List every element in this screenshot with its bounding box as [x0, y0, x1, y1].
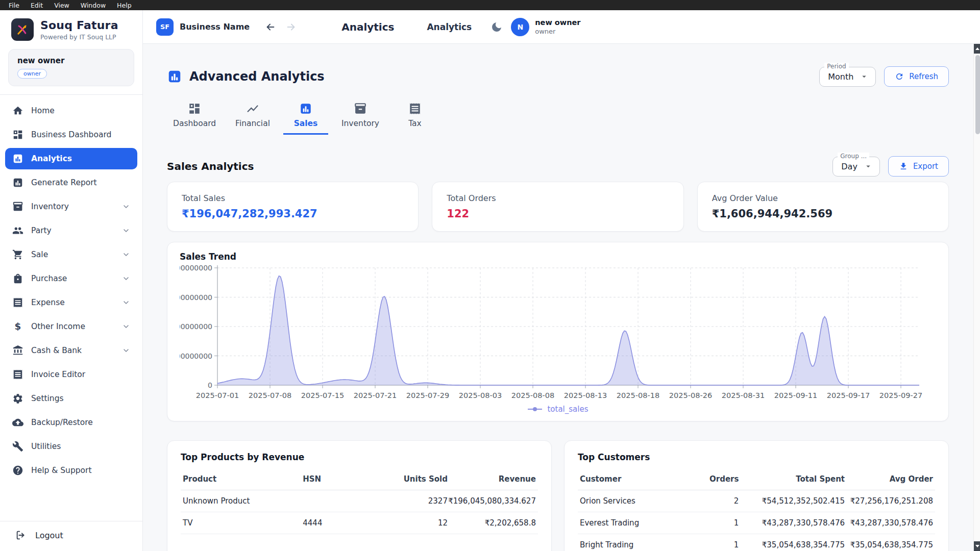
menubar-item[interactable]: View	[48, 2, 75, 9]
chevron-down-icon	[122, 346, 130, 355]
page-title: Advanced Analytics	[189, 69, 325, 84]
svg-text:2025-09-27: 2025-09-27	[879, 391, 922, 399]
svg-text:2025-08-26: 2025-08-26	[669, 391, 712, 399]
os-menubar: FileEditViewWindowHelp	[0, 0, 980, 10]
header-user-menu[interactable]: N new owner owner	[511, 18, 580, 36]
sidebar-item-business-dashboard[interactable]: Business Dashboard	[5, 124, 137, 145]
group-by-select-value: Day	[841, 162, 857, 171]
group-by-select[interactable]: Group ... Day	[832, 157, 880, 177]
business-name: Business Name	[180, 22, 250, 32]
sidebar-item-utilities[interactable]: Utilities	[5, 436, 137, 457]
period-select[interactable]: Period Month	[819, 67, 876, 87]
header-user-name: new owner	[535, 18, 580, 27]
svg-text:20000000000: 20000000000	[180, 322, 212, 331]
cart-icon	[12, 249, 23, 260]
chart-legend[interactable]: total_sales	[180, 405, 936, 414]
scroll-down-button[interactable]	[974, 541, 980, 551]
back-arrow-icon[interactable]	[265, 21, 276, 33]
sidebar-item-backup-restore[interactable]: Backup/Restore	[5, 412, 137, 433]
sidebar-item-analytics[interactable]: Analytics	[5, 148, 137, 169]
business-badge: SF	[156, 18, 174, 36]
app-brand: Souq Fatura Powered by IT Souq LLP	[0, 10, 142, 47]
sidebar-item-party[interactable]: Party	[5, 220, 137, 241]
home-icon	[12, 105, 23, 116]
table-row: Everest Trading 1 ₹43,287,330,578.476 ₹4…	[578, 512, 935, 534]
sidebar-item-generate-report[interactable]: Generate Report	[5, 172, 137, 193]
sidebar-item-help-support[interactable]: Help & Support	[5, 460, 137, 481]
tab-financial[interactable]: Financial	[229, 99, 276, 135]
sidebar-item-other-income[interactable]: $ Other Income	[5, 316, 137, 337]
export-button[interactable]: Export	[888, 156, 949, 177]
scroll-up-button[interactable]	[974, 44, 980, 54]
barchart-icon	[299, 102, 312, 115]
svg-text:30000000000: 30000000000	[180, 293, 212, 302]
tab-sales[interactable]: Sales	[283, 99, 328, 135]
trending-icon	[246, 102, 259, 115]
svg-text:2025-08-08: 2025-08-08	[511, 391, 554, 399]
barchart-icon	[12, 153, 23, 164]
menubar-item[interactable]: File	[3, 2, 25, 9]
menubar-item[interactable]: Help	[111, 2, 137, 9]
scrollbar-thumb[interactable]	[975, 55, 980, 134]
cloud-icon	[12, 417, 23, 428]
stat-cards: Total Sales ₹196,047,282,993.427 Total O…	[167, 182, 949, 232]
sidebar-item-sale[interactable]: Sale	[5, 244, 137, 265]
sidebar-user-name: new owner	[17, 56, 125, 65]
inventory-icon	[12, 201, 23, 212]
sidebar-item-invoice-editor[interactable]: Invoice Editor	[5, 364, 137, 385]
sidebar-item-home[interactable]: Home	[5, 100, 137, 121]
svg-text:2025-09-17: 2025-09-17	[827, 391, 870, 399]
dark-mode-toggle-moon-icon[interactable]	[491, 21, 503, 33]
chevron-down-icon	[122, 322, 130, 331]
sidebar-nav: Home Business Dashboard Analytics Genera…	[0, 95, 142, 521]
download-icon	[899, 162, 908, 171]
receipt-icon	[12, 297, 23, 308]
table-row: Orion Services 2 ₹54,512,352,502.415 ₹27…	[578, 490, 935, 512]
forward-arrow-icon[interactable]	[285, 21, 297, 33]
svg-text:2025-08-18: 2025-08-18	[617, 391, 659, 399]
app-name: Souq Fatura	[40, 19, 118, 32]
sidebar-item-settings[interactable]: Settings	[5, 388, 137, 409]
sidebar-item-cash-bank[interactable]: Cash & Bank	[5, 340, 137, 361]
table-row: TV 4444 12 ₹2,202,658.8	[181, 512, 538, 534]
chevron-down-icon	[122, 203, 130, 211]
tab-tax[interactable]: Tax	[393, 99, 437, 135]
top-header: SF Business Name Analytics Analytics N n…	[143, 10, 980, 44]
menubar-item[interactable]: Window	[75, 2, 111, 9]
svg-text:2025-07-29: 2025-07-29	[406, 391, 449, 399]
chevron-down-icon	[122, 227, 130, 235]
analytics-icon	[167, 69, 182, 84]
analytics-tabs: Dashboard Financial Sales Inventory Tax	[167, 99, 949, 135]
period-select-label: Period	[824, 63, 848, 70]
top-products-card: Top Products by Revenue Product HSN Unit…	[167, 440, 552, 551]
logout-button[interactable]: Logout	[0, 521, 142, 551]
menubar-item[interactable]: Edit	[25, 2, 48, 9]
help-icon	[12, 465, 23, 476]
svg-text:2025-09-11: 2025-09-11	[774, 391, 817, 399]
svg-text:2025-07-01: 2025-07-01	[196, 391, 239, 399]
tab-inventory[interactable]: Inventory	[335, 99, 385, 135]
scrollbar	[973, 44, 980, 551]
sidebar: Souq Fatura Powered by IT Souq LLP new o…	[0, 10, 143, 551]
dropdown-caret-icon	[864, 162, 873, 171]
tab-dashboard[interactable]: Dashboard	[167, 99, 222, 135]
logout-icon	[15, 530, 27, 541]
role-badge: owner	[17, 69, 47, 79]
table-header-row: Customer Orders Total Spent Avg Order	[578, 468, 935, 490]
svg-text:0: 0	[208, 381, 212, 389]
avatar: N	[511, 18, 529, 36]
svg-text:2025-08-31: 2025-08-31	[722, 391, 765, 399]
receipt-icon	[408, 102, 422, 115]
refresh-button[interactable]: Refresh	[884, 66, 949, 87]
sidebar-item-inventory[interactable]: Inventory	[5, 196, 137, 217]
svg-text:40000000000: 40000000000	[180, 264, 212, 272]
business-selector[interactable]: SF Business Name	[156, 18, 250, 36]
section-title: Sales Analytics	[167, 160, 254, 172]
sidebar-item-purchase[interactable]: Purchase	[5, 268, 137, 289]
main-content: Advanced Analytics Period Month Refresh	[143, 44, 980, 551]
bank-icon	[12, 345, 23, 356]
chevron-down-icon	[122, 251, 130, 259]
barchart-icon	[12, 177, 23, 188]
sidebar-item-expense[interactable]: Expense	[5, 292, 137, 313]
top-products-title: Top Products by Revenue	[181, 452, 538, 462]
